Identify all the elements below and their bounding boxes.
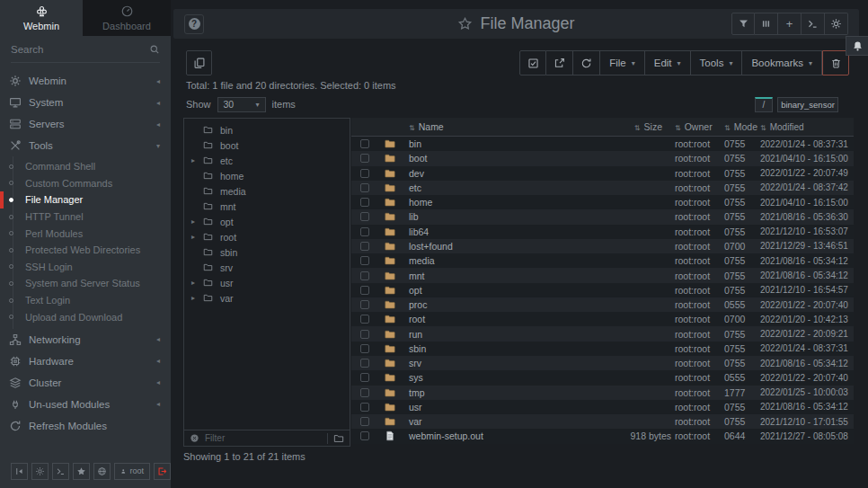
tree-item-bin[interactable]: bin: [184, 122, 350, 138]
edit-menu-button[interactable]: Edit: [645, 50, 691, 75]
sidebar-item-cluster[interactable]: Cluster: [0, 372, 171, 394]
sidebar-item-webmin[interactable]: Webmin: [0, 70, 171, 92]
table-row-lost-found[interactable]: lost+foundroot:root07002021/12/29 - 13:4…: [351, 239, 854, 253]
sidebar-item-refresh-modules[interactable]: Refresh Modules: [0, 415, 171, 437]
table-row-root[interactable]: rootroot:root07002022/01/20 - 10:42:13: [351, 312, 854, 326]
export-button[interactable]: [546, 50, 573, 75]
sidebar-item-perl-modules[interactable]: Perl Modules: [0, 225, 171, 242]
table-row-boot[interactable]: bootroot:root07552021/04/10 - 16:15:00: [351, 151, 854, 165]
checkbox[interactable]: [360, 359, 369, 368]
checkbox[interactable]: [360, 315, 369, 324]
checkbox[interactable]: [360, 330, 369, 339]
caret-right-icon[interactable]: [191, 156, 203, 164]
checkbox[interactable]: [360, 227, 369, 236]
checkbox[interactable]: [360, 286, 369, 295]
tree-item-opt[interactable]: opt: [184, 214, 350, 229]
sidebar-item-ssh-login[interactable]: SSH Login: [0, 259, 171, 276]
checkbox[interactable]: [360, 256, 369, 265]
table-row-sys[interactable]: sysroot:root05552022/01/22 - 20:07:40: [351, 370, 854, 385]
checkbox[interactable]: [360, 169, 369, 178]
sidebar-item-protected-web-directories[interactable]: Protected Web Directories: [0, 242, 171, 259]
checkbox[interactable]: [360, 403, 369, 412]
tree-item-root[interactable]: root: [184, 229, 350, 244]
table-row-srv[interactable]: srvroot:root07552021/08/16 - 05:34:12: [351, 356, 854, 370]
column-header-modified[interactable]: Modified: [760, 122, 854, 132]
folder-icon[interactable]: [333, 433, 344, 444]
table-row-tmp[interactable]: tmproot:root17772022/01/25 - 10:00:03: [351, 386, 854, 400]
file-menu-button[interactable]: File: [600, 50, 645, 75]
table-row-run[interactable]: runroot:root07552022/01/22 - 20:09:21: [351, 326, 854, 341]
filter-button[interactable]: [731, 13, 755, 35]
table-row-webmin-setup-out[interactable]: webmin-setup.out918 bytesroot:root064420…: [351, 429, 854, 443]
collapse-sidebar-button[interactable]: [11, 463, 28, 480]
sidebar-item-hardware[interactable]: Hardware: [0, 350, 171, 372]
column-header-size[interactable]: Size: [558, 121, 675, 132]
table-row-mnt[interactable]: mntroot:root07552021/08/16 - 05:34:12: [351, 268, 854, 282]
sidebar-item-tools[interactable]: Tools: [0, 135, 171, 156]
paste-buffer-button[interactable]: [186, 50, 212, 75]
tree-item-etc[interactable]: etc: [184, 153, 350, 168]
table-row-bin[interactable]: binroot:root07552022/01/24 - 08:37:31: [351, 137, 854, 151]
tree-item-mnt[interactable]: mnt: [184, 199, 350, 214]
table-row-home[interactable]: homeroot:root07552021/04/10 - 16:15:00: [351, 195, 854, 209]
tree-item-usr[interactable]: usr: [184, 275, 350, 290]
bookmarks-menu-button[interactable]: Bookmarks: [742, 50, 822, 75]
checkbox[interactable]: [360, 417, 369, 426]
table-row-usr[interactable]: usrroot:root07552021/08/16 - 05:34:12: [351, 400, 854, 414]
checkbox[interactable]: [360, 183, 369, 192]
sidebar-item-command-shell[interactable]: Command Shell: [0, 158, 171, 175]
terminal-button[interactable]: [802, 13, 825, 35]
favorites-button[interactable]: [73, 463, 90, 480]
caret-right-icon[interactable]: [191, 217, 203, 226]
checkbox[interactable]: [360, 198, 369, 207]
columns-button[interactable]: [755, 13, 778, 35]
checkbox[interactable]: [360, 242, 369, 251]
table-row-proc[interactable]: procroot:root05552022/01/22 - 20:07:40: [351, 297, 854, 312]
tree-item-sbin[interactable]: sbin: [184, 244, 350, 260]
tree-item-media[interactable]: media: [184, 183, 350, 199]
checkbox[interactable]: [360, 373, 369, 382]
page-size-select[interactable]: 30: [217, 97, 266, 112]
sidebar-item-text-login[interactable]: Text Login: [0, 292, 171, 309]
notifications-tab[interactable]: [846, 36, 868, 56]
settings-button[interactable]: [825, 13, 848, 35]
checkbox[interactable]: [360, 431, 369, 440]
table-row-lib[interactable]: libroot:root07552021/08/16 - 05:36:30: [351, 209, 854, 224]
language-button[interactable]: [93, 463, 111, 480]
tree-item-var[interactable]: var: [184, 290, 350, 306]
sidebar-item-servers[interactable]: Servers: [0, 113, 171, 135]
tree-item-boot[interactable]: boot: [184, 138, 350, 153]
theme-toggle-button[interactable]: [31, 463, 49, 480]
table-row-etc[interactable]: etcroot:root07552022/01/24 - 08:37:42: [351, 181, 854, 195]
help-button[interactable]: [184, 14, 204, 34]
refresh-button[interactable]: [573, 50, 600, 75]
table-row-opt[interactable]: optroot:root07552021/12/10 - 16:54:57: [351, 283, 854, 297]
caret-right-icon[interactable]: [191, 279, 203, 287]
tools-menu-button[interactable]: Tools: [691, 50, 743, 75]
checkbox[interactable]: [360, 139, 369, 148]
tree-item-home[interactable]: home: [184, 168, 350, 183]
table-row-dev[interactable]: devroot:root07552022/01/22 - 20:07:49: [351, 166, 854, 181]
table-row-lib64[interactable]: lib64root:root07552021/12/10 - 16:53:07: [351, 225, 854, 239]
root-path-button[interactable]: /: [755, 97, 773, 112]
path-search-box[interactable]: binary_sensor: [777, 97, 838, 112]
clear-filter-icon[interactable]: [190, 433, 199, 443]
sidebar-item-upload-and-download[interactable]: Upload and Download: [0, 308, 171, 325]
sidebar-item-http-tunnel[interactable]: HTTP Tunnel: [0, 209, 171, 226]
sidebar-item-networking[interactable]: Networking: [0, 329, 171, 350]
sidebar-item-file-manager[interactable]: File Manager: [0, 191, 171, 209]
checkbox[interactable]: [360, 271, 369, 280]
caret-right-icon[interactable]: [191, 233, 203, 241]
column-header-owner[interactable]: Owner: [675, 121, 724, 132]
checkbox[interactable]: [360, 300, 369, 309]
new-tab-button[interactable]: [778, 13, 802, 35]
user-button[interactable]: root: [114, 463, 150, 480]
tab-dashboard[interactable]: Dashboard: [83, 0, 171, 36]
sidebar-item-custom-commands[interactable]: Custom Commands: [0, 175, 171, 192]
tab-webmin[interactable]: Webmin: [0, 0, 83, 36]
checkbox[interactable]: [360, 344, 369, 353]
sidebar-item-system-and-server-status[interactable]: System and Server Status: [0, 275, 171, 292]
sidebar-item-system[interactable]: System: [0, 92, 171, 113]
table-row-var[interactable]: varroot:root07552021/12/10 - 17:01:55: [351, 414, 854, 429]
table-row-media[interactable]: mediaroot:root07552021/08/16 - 05:34:12: [351, 253, 854, 268]
